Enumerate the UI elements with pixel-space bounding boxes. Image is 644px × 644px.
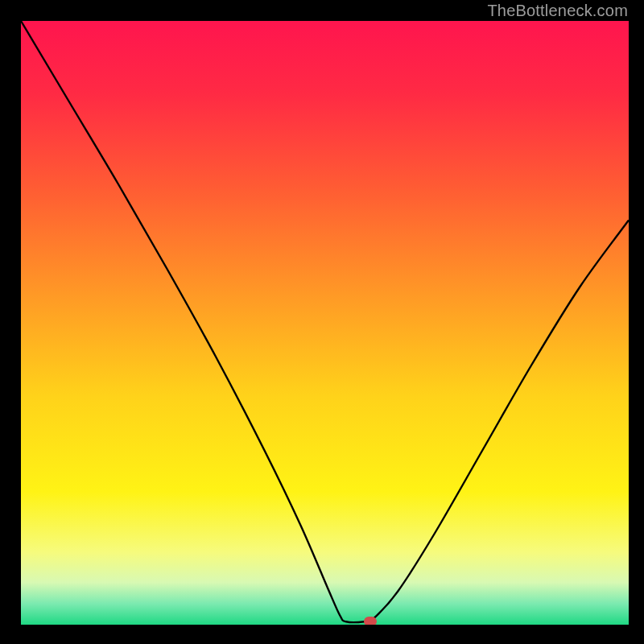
watermark-text: TheBottleneck.com	[487, 2, 628, 20]
curve-path	[21, 21, 629, 622]
optimal-point-marker	[364, 617, 377, 625]
plot-area	[21, 21, 629, 625]
chart-frame: TheBottleneck.com	[0, 0, 644, 644]
bottleneck-curve	[21, 21, 629, 625]
